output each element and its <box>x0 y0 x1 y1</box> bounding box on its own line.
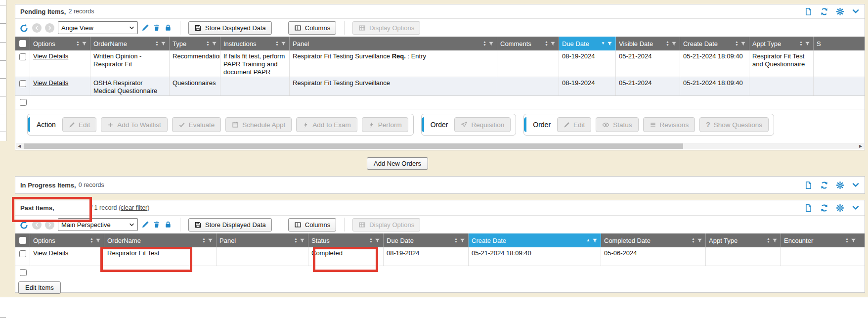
row-checkbox[interactable] <box>19 53 26 60</box>
filter-funnel-icon[interactable] <box>300 238 305 243</box>
view-details-link[interactable]: View Details <box>33 52 68 60</box>
gear-icon[interactable] <box>836 204 844 212</box>
scroll-left-arrow[interactable] <box>16 143 23 149</box>
filter-funnel-icon[interactable] <box>375 238 380 243</box>
view-select[interactable]: Angie View <box>58 21 138 34</box>
prev-view-button[interactable] <box>32 220 42 230</box>
evaluate-button[interactable]: Evaluate <box>172 117 221 132</box>
row-checkbox[interactable] <box>20 99 27 106</box>
horizontal-scrollbar[interactable] <box>16 143 864 149</box>
delete-view-trash-icon[interactable] <box>153 24 161 32</box>
sort-icon[interactable] <box>845 237 849 243</box>
lock-view-icon[interactable] <box>164 221 172 229</box>
lock-view-icon[interactable] <box>164 24 172 32</box>
clear-filter-link[interactable]: clear filter <box>121 204 147 211</box>
filter-funnel-icon[interactable] <box>607 41 612 46</box>
revisions-button[interactable]: Revisions <box>643 117 695 132</box>
sort-icon[interactable] <box>76 41 80 46</box>
undo-icon[interactable] <box>19 220 29 230</box>
sort-icon[interactable] <box>155 41 159 46</box>
sort-icon[interactable] <box>454 237 458 243</box>
collapse-chevron-icon[interactable] <box>852 204 860 212</box>
sort-asc-icon[interactable] <box>586 238 590 242</box>
columns-button[interactable]: Columns <box>288 21 336 35</box>
filter-funnel-icon[interactable] <box>281 41 286 46</box>
sort-icon[interactable] <box>545 41 548 46</box>
sort-icon[interactable] <box>483 41 486 46</box>
status-button[interactable]: Status <box>596 117 638 132</box>
columns-button[interactable]: Columns <box>288 218 336 231</box>
column-header-appt-type[interactable]: Appt Type <box>749 37 814 50</box>
edit-items-button[interactable]: Edit Items <box>18 281 61 294</box>
filter-funnel-icon[interactable] <box>161 41 166 46</box>
add-to-exam-button[interactable]: Add to Exam <box>296 117 357 132</box>
collapse-chevron-icon[interactable] <box>852 7 860 15</box>
column-header-clipped[interactable]: S <box>814 37 865 50</box>
delete-view-trash-icon[interactable] <box>153 221 161 229</box>
next-view-button[interactable] <box>45 220 54 230</box>
filter-funnel-icon[interactable] <box>772 238 778 243</box>
collapse-chevron-icon[interactable] <box>852 181 860 189</box>
column-header-ordername[interactable]: OrderName <box>104 233 217 247</box>
sort-icon[interactable] <box>90 237 93 243</box>
prev-view-button[interactable] <box>32 23 42 33</box>
sort-icon[interactable] <box>767 237 770 243</box>
column-header-options[interactable]: Options <box>30 233 104 247</box>
schedule-appt-button[interactable]: Schedule Appt <box>225 117 292 132</box>
sort-icon[interactable] <box>294 237 298 243</box>
edit-button[interactable]: Edit <box>62 117 96 132</box>
add-new-orders-button[interactable]: Add New Orders <box>367 157 428 170</box>
refresh-icon[interactable] <box>820 7 828 16</box>
column-header-create-date[interactable]: Create Date <box>680 37 749 50</box>
filter-funnel-icon[interactable] <box>740 41 746 46</box>
view-details-link[interactable]: View Details <box>33 249 68 257</box>
column-header-ordername[interactable]: OrderName <box>90 37 170 50</box>
gear-icon[interactable] <box>836 7 844 16</box>
sort-desc-icon[interactable] <box>601 42 605 46</box>
column-header-due-date[interactable]: Due Date <box>384 233 469 247</box>
store-displayed-data-button[interactable]: Store Displayed Data <box>188 21 272 35</box>
column-header-instructions[interactable]: Instructions <box>220 37 290 50</box>
column-header-panel[interactable]: Panel <box>290 37 497 50</box>
sort-icon[interactable] <box>692 237 695 243</box>
refresh-icon[interactable] <box>820 204 828 212</box>
column-header-encounter[interactable]: Encounter <box>781 233 859 247</box>
view-select[interactable]: Main Perspective <box>58 218 138 231</box>
edit-view-pencil-icon[interactable] <box>141 221 149 229</box>
new-document-icon[interactable] <box>804 181 813 189</box>
scrollbar-track[interactable] <box>23 143 857 149</box>
filter-funnel-icon[interactable] <box>805 41 810 46</box>
edit-view-pencil-icon[interactable] <box>141 24 149 32</box>
filter-funnel-icon[interactable] <box>488 41 494 46</box>
column-header-type[interactable]: Type <box>170 37 220 50</box>
filter-funnel-icon[interactable] <box>95 238 101 243</box>
new-document-icon[interactable] <box>804 7 813 16</box>
column-header-appt-type[interactable]: Appt Type <box>706 233 781 247</box>
column-header-visible-date[interactable]: Visible Date <box>616 37 680 50</box>
requisition-button[interactable]: Requisition <box>454 117 511 132</box>
filter-funnel-icon[interactable] <box>671 41 677 46</box>
sort-icon[interactable] <box>735 41 738 46</box>
row-checkbox[interactable] <box>19 250 26 257</box>
add-to-waitlist-button[interactable]: Add To Waitlist <box>101 117 168 132</box>
perform-button[interactable]: Perform <box>362 117 408 132</box>
scroll-right-arrow[interactable] <box>857 143 864 149</box>
sort-icon[interactable] <box>799 41 803 46</box>
sort-icon[interactable] <box>369 237 373 243</box>
sort-icon[interactable] <box>666 41 669 46</box>
filter-funnel-icon[interactable] <box>208 238 213 243</box>
column-header-completed-date[interactable]: Completed Date <box>601 233 706 247</box>
column-header-comments[interactable]: Comments <box>497 37 559 50</box>
edit-order-button[interactable]: Edit <box>557 117 591 132</box>
refresh-icon[interactable] <box>820 181 828 189</box>
filter-funnel-icon[interactable] <box>82 41 87 46</box>
display-options-button[interactable]: Display Options <box>352 218 420 231</box>
filter-funnel-icon[interactable] <box>460 238 465 243</box>
sort-icon[interactable] <box>275 41 279 46</box>
show-questions-button[interactable]: Show Questions <box>699 117 769 132</box>
column-header-options[interactable]: Options <box>30 37 90 50</box>
sort-icon[interactable] <box>206 41 210 46</box>
column-header-panel[interactable]: Panel <box>217 233 308 247</box>
gear-icon[interactable] <box>836 181 844 189</box>
scrollbar-thumb[interactable] <box>24 143 683 149</box>
